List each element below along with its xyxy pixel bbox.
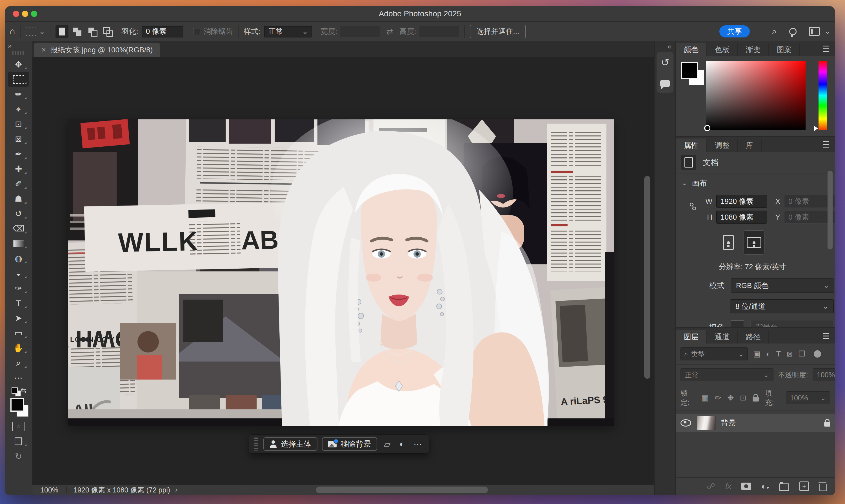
move-tool[interactable]: ✥	[8, 57, 29, 72]
path-selection-tool[interactable]: ➤	[8, 310, 29, 325]
tab-libraries[interactable]: 库	[738, 139, 762, 152]
color-swatches[interactable]	[8, 398, 29, 419]
layer-fill-select[interactable]: 100% ⌄	[786, 391, 830, 404]
landscape-orientation-button[interactable]	[744, 230, 764, 254]
rectangular-marquee-tool[interactable]	[8, 72, 29, 87]
toolbar-grip[interactable]	[12, 51, 25, 55]
saturation-brightness-field[interactable]	[706, 61, 806, 130]
clone-stamp-tool[interactable]: ☗	[8, 191, 29, 206]
color-mode-select[interactable]: RGB 颜色 ⌄	[730, 278, 834, 292]
workspace-icon[interactable]	[809, 27, 820, 36]
history-icon[interactable]: ↺	[661, 57, 669, 68]
fill-color-swatch[interactable]	[730, 320, 744, 327]
blur-tool[interactable]: ◍	[8, 251, 29, 266]
foreground-color-swatch[interactable]	[11, 398, 24, 412]
delete-layer-icon[interactable]	[819, 484, 827, 491]
pen-tool[interactable]: ✑	[8, 281, 29, 296]
remove-background-button[interactable]: 移除背景	[322, 437, 377, 451]
gradient-tool[interactable]	[8, 236, 29, 251]
swap-dimensions-icon[interactable]: ⇄	[386, 26, 393, 36]
share-button[interactable]: 共享	[719, 25, 750, 37]
frame-tool[interactable]: ⊠	[8, 131, 29, 146]
hand-tool[interactable]: ✋	[8, 340, 29, 355]
close-window-button[interactable]	[13, 11, 19, 17]
more-options-icon[interactable]: ⋯	[413, 439, 422, 449]
tab-patterns[interactable]: 图案	[769, 43, 800, 56]
canvas-image[interactable]: OWH V LGCIN CO'Y GARBOICE	[68, 120, 614, 426]
minimize-window-button[interactable]	[22, 11, 28, 17]
layer-thumbnail[interactable]	[697, 416, 716, 430]
selection-brush-tool[interactable]: ✏	[8, 87, 29, 102]
eraser-tool[interactable]: ⌫	[8, 221, 29, 236]
screen-mode-button[interactable]: ❐	[8, 434, 29, 449]
taskbar-drag-handle[interactable]	[254, 437, 259, 450]
intersect-selection-button[interactable]	[101, 25, 114, 38]
rectangle-tool[interactable]: ▭	[8, 325, 29, 340]
eyedropper-tool[interactable]: ✒	[8, 146, 29, 161]
document-tab[interactable]: × 报纸女孩.jpeg @ 100%(RGB/8)	[34, 43, 160, 57]
antialias-checkbox[interactable]	[193, 28, 200, 35]
filter-pixel-layers-icon[interactable]: ▣	[753, 350, 760, 358]
document-chip[interactable]	[681, 155, 696, 170]
titlebar[interactable]: Adobe Photoshop 2025	[5, 6, 835, 22]
brush-tool[interactable]: ✐	[8, 176, 29, 191]
zoom-tool[interactable]: ⌕	[8, 355, 29, 370]
tab-paths[interactable]: 路径	[738, 330, 769, 343]
hue-slider[interactable]	[818, 61, 827, 130]
tab-channels[interactable]: 通道	[707, 330, 738, 343]
canvas-y-input[interactable]: 0 像素	[784, 211, 835, 223]
maximize-window-button[interactable]	[31, 11, 37, 17]
adjustment-icon[interactable]: ◐	[400, 439, 404, 449]
zoom-level[interactable]: 100%	[32, 486, 66, 494]
layer-visibility-eye-icon[interactable]	[681, 419, 691, 427]
tab-swatches[interactable]: 色板	[707, 43, 738, 56]
tab-gradients[interactable]: 渐变	[738, 43, 769, 56]
feedback-button[interactable]: ↻	[8, 449, 29, 464]
contextual-taskbar[interactable]: 选择主体 移除背景 ▱ ◐ ⋯	[249, 434, 429, 454]
home-icon[interactable]: ⌂	[10, 26, 15, 37]
discover-lightbulb-icon[interactable]	[789, 28, 796, 35]
vertical-scrollbar[interactable]	[644, 176, 650, 379]
panel-menu-icon[interactable]: ☰	[822, 331, 830, 341]
link-layers-icon[interactable]: ☍	[707, 482, 715, 490]
canvas-width-input[interactable]: 1920 像素	[716, 195, 767, 208]
current-tool-preset[interactable]: ⌄	[25, 28, 45, 35]
filter-adjustment-layers-icon[interactable]: ◐	[766, 350, 771, 358]
blend-mode-select[interactable]: 正常 ⌄	[681, 368, 773, 381]
lock-artboard-icon[interactable]: ⊡	[740, 394, 746, 402]
width-input[interactable]	[340, 26, 380, 37]
layer-filter-select[interactable]: ⌕ 类型 ⌄	[681, 347, 747, 360]
tab-adjustments[interactable]: 调整	[707, 139, 738, 152]
new-adjustment-layer-icon[interactable]: ◐ ▾	[761, 482, 769, 490]
object-selection-tool[interactable]: ⌖	[8, 102, 29, 116]
canvas-area[interactable]: OWH V LGCIN CO'Y GARBOICE	[32, 57, 654, 485]
canvas-height-input[interactable]: 1080 像素	[716, 211, 767, 223]
spot-healing-tool[interactable]: ✚	[8, 161, 29, 176]
add-layer-mask-icon[interactable]	[741, 483, 751, 490]
opacity-select[interactable]: 100% ⌄	[813, 368, 835, 381]
new-layer-icon[interactable]: +	[799, 482, 809, 491]
select-and-mask-button[interactable]: 选择并遮住...	[470, 25, 526, 38]
color-picker-indicator[interactable]	[704, 125, 710, 131]
select-subject-button[interactable]: 选择主体	[263, 437, 317, 451]
new-selection-button[interactable]	[55, 25, 68, 38]
lock-transparent-icon[interactable]: ▦	[701, 394, 709, 402]
portrait-orientation-button[interactable]	[718, 231, 739, 254]
hue-slider-arrow[interactable]	[814, 126, 818, 131]
new-group-icon[interactable]	[779, 483, 789, 491]
tab-properties[interactable]: 属性	[676, 139, 707, 152]
edit-toolbar-button[interactable]: ⋯	[8, 370, 29, 385]
comments-icon[interactable]	[660, 80, 670, 87]
search-icon[interactable]: ⌕	[772, 26, 777, 37]
dock-collapse-icon[interactable]: «	[668, 41, 675, 52]
tab-color[interactable]: 颜色	[676, 43, 707, 56]
lock-pixels-icon[interactable]: ✏	[715, 394, 721, 402]
layer-filter-toggle[interactable]	[814, 350, 821, 358]
canvas-x-input[interactable]: 0 像素	[784, 195, 835, 208]
tab-layers[interactable]: 图层	[676, 330, 707, 343]
filter-type-layers-icon[interactable]: T	[776, 350, 781, 358]
close-tab-icon[interactable]: ×	[41, 45, 46, 54]
panel-menu-icon[interactable]: ☰	[822, 44, 830, 54]
link-dimensions-icon[interactable]: ☍	[688, 202, 698, 211]
crop-tool[interactable]: ⊡	[8, 116, 29, 131]
